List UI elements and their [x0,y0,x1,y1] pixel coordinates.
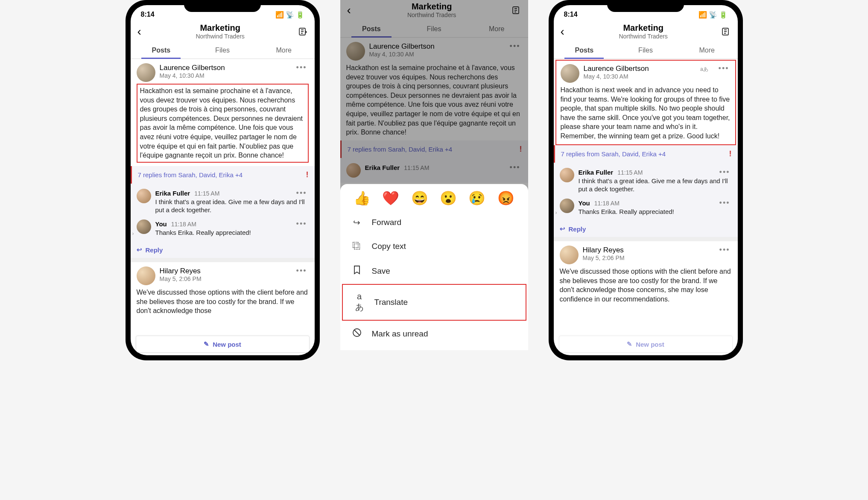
tab-files[interactable]: Files [615,42,676,58]
reply-text: Thanks Erika. Really appreciated! [579,208,732,216]
status-time: 8:14 [141,11,155,18]
reply-item[interactable]: You 11:18 AM ••• Thanks Erika. Really ap… [560,196,732,219]
post-more-icon[interactable]: ••• [295,266,309,275]
important-icon: ! [729,149,732,158]
reply-item[interactable]: Erika Fuller 11:15 AM ••• I think that's… [560,165,732,196]
new-post-label: New post [636,341,664,348]
replies-summary-text: 7 replies from Sarah, David, Erika +4 [561,150,666,158]
channel-title: Marketing [570,23,716,33]
divider [131,258,315,262]
post-laurence-translated[interactable]: Laurence Gilbertson aあ ••• May 4, 10:30 … [555,60,736,145]
reaction-laugh[interactable]: 😄 [411,190,428,206]
reaction-like[interactable]: 👍 [354,190,371,206]
reply-arrow-icon: ↩ [137,246,142,254]
action-forward[interactable]: ↪ Forward [340,211,528,234]
wifi-icon: 📡 [709,11,717,19]
reply-timestamp: 11:18 AM [594,200,620,207]
reply-timestamp: 11:18 AM [171,221,196,228]
new-post-label: New post [213,341,241,348]
reply-timestamp: 11:15 AM [194,190,219,197]
tab-more[interactable]: More [676,42,738,58]
action-label: Save [372,266,390,276]
action-label: Mark as unread [372,329,428,339]
channel-options-icon[interactable] [720,26,732,38]
avatar [137,63,155,82]
action-mark-unread[interactable]: Mark as unread [340,321,528,347]
reaction-surprised[interactable]: 😮 [440,190,457,206]
reply-more-icon[interactable]: ••• [295,189,309,198]
translated-indicator-icon: aあ [700,66,708,73]
replies-summary-bar[interactable]: 7 replies from Sarah, David, Erika +4 ! [554,145,738,163]
feed: Laurence Gilbertson ••• May 4, 10:30 AM … [131,59,315,319]
new-post-button[interactable]: ✎ New post [559,336,733,353]
status-time: 8:14 [564,11,578,18]
action-save[interactable]: Save [340,258,528,284]
battery-icon: 🔋 [719,11,728,19]
post-author: Hilary Reyes [160,267,201,275]
avatar [560,199,574,213]
tab-more[interactable]: More [253,42,315,58]
chevron-down-icon: › [555,210,557,216]
post-timestamp: May 5, 2:06 PM [583,254,732,261]
reaction-heart[interactable]: ❤️ [382,190,399,206]
reply-label: Reply [569,225,586,233]
action-label: Copy text [372,242,406,251]
channel-title: Marketing [147,23,293,33]
post-more-icon[interactable]: ••• [295,63,309,72]
reply-thread: Erika Fuller 11:15 AM ••• I think that's… [131,184,315,242]
avatar [137,266,155,285]
post-timestamp: May 4, 10:30 AM [584,73,731,80]
post-timestamp: May 5, 2:06 PM [160,275,309,282]
reaction-angry[interactable]: 😡 [497,190,514,206]
post-laurence[interactable]: Laurence Gilbertson ••• May 4, 10:30 AM … [131,59,315,166]
reply-item[interactable]: You 11:18 AM ••• Thanks Erika. Really ap… [137,217,309,240]
post-body-highlighted: Hackathon est la semaine prochaine et à … [137,84,309,163]
post-timestamp: May 4, 10:30 AM [160,72,309,79]
reactions-row: 👍 ❤️ 😄 😮 😢 😡 [340,184,528,211]
tab-posts[interactable]: Posts [554,42,615,58]
reply-more-icon[interactable]: ••• [718,199,732,208]
post-hilary[interactable]: Hilary Reyes ••• May 5, 2:06 PM We've di… [131,262,315,319]
post-more-icon[interactable]: ••• [718,246,732,254]
reply-button[interactable]: ↩ Reply [131,242,315,258]
back-button[interactable]: ‹ [135,25,144,38]
tabs: Posts Files More [554,42,738,59]
tab-files[interactable]: Files [192,42,253,58]
avatar [137,219,151,234]
screen-3: 8:14 📶 📡 🔋 ‹ Marketing Northwind Traders… [554,5,738,355]
post-more-icon[interactable]: ••• [717,64,731,73]
signal-icon: 📶 [698,11,707,19]
reaction-sad[interactable]: 😢 [468,190,485,206]
reply-more-icon[interactable]: ••• [718,168,732,177]
team-subtitle: Northwind Traders [147,33,293,40]
reply-author: You [579,199,590,207]
unread-icon [351,327,362,340]
message-action-sheet: 👍 ❤️ 😄 😮 😢 😡 ↪ Forward ⿻ Copy text Save … [340,184,528,350]
screen-1: 8:14 📶 📡 🔋 ‹ Marketing Northwind Traders… [131,5,315,355]
reply-text: I think that's a great idea. Give me a f… [579,177,732,193]
channel-options-icon[interactable] [297,26,309,38]
post-hilary[interactable]: Hilary Reyes ••• May 5, 2:06 PM We've di… [554,241,738,307]
back-button[interactable]: ‹ [558,25,567,38]
reply-timestamp: 11:15 AM [617,169,643,176]
action-copy-text[interactable]: ⿻ Copy text [340,234,528,258]
screen-2: ‹ Marketing Northwind Traders Posts File… [340,0,528,350]
chevron-down-icon: › [132,231,134,237]
reply-item[interactable]: Erika Fuller 11:15 AM ••• I think that's… [137,186,309,217]
avatar [560,246,579,264]
reply-author: Erika Fuller [579,169,614,176]
reply-button[interactable]: ↩ Reply [554,221,738,237]
action-translate[interactable]: aあ Translate [342,284,526,321]
reply-more-icon[interactable]: ••• [295,219,309,228]
forward-icon: ↪ [351,217,362,228]
status-icons: 📶 📡 🔋 [275,11,304,19]
translate-icon: aあ [354,292,365,313]
tab-posts[interactable]: Posts [131,42,192,58]
post-author: Hilary Reyes [583,246,624,254]
new-post-button[interactable]: ✎ New post [136,336,310,353]
replies-summary-bar[interactable]: 7 replies from Sarah, David, Erika +4 ! [131,166,315,184]
avatar [560,168,574,182]
post-author: Laurence Gilbertson [160,64,225,72]
divider [554,237,738,241]
compose-icon: ✎ [627,340,632,348]
